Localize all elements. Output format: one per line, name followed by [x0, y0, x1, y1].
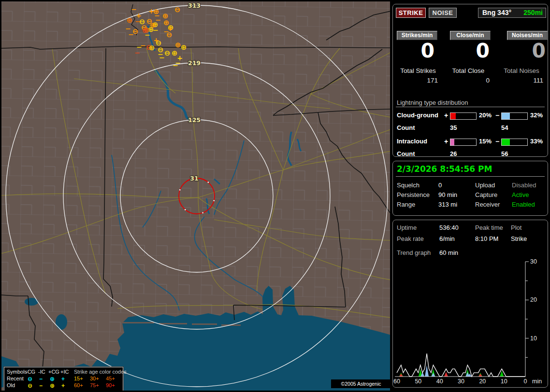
svg-text:10: 10 [501, 378, 507, 385]
svg-text:−: − [173, 61, 178, 69]
divider [396, 176, 545, 177]
status-panel: 2/3/2026 8:54:56 PM Squelch 0 Upload Dis… [392, 161, 548, 216]
minus-icon: − [495, 138, 499, 145]
age-code-60: 60+ [74, 382, 83, 388]
peak-rate-label: Peak rate [397, 235, 424, 242]
svg-text:⊕: ⊕ [149, 43, 155, 52]
pos-cg-pct: 20% [479, 112, 492, 119]
persistence-value: 90 min [438, 191, 457, 198]
svg-text:30: 30 [458, 378, 464, 385]
circle-minus-icon: ⊖ [28, 382, 32, 389]
legend-row-old-label: Old [7, 382, 15, 388]
trend-graph: 1020306050403020100min [393, 259, 549, 386]
pos-cg-bar [450, 112, 477, 120]
circle-minus-icon: ⊖ [28, 376, 32, 382]
svg-text:⊕: ⊕ [181, 43, 187, 52]
bearing-value: Bng 343° [482, 8, 511, 17]
trend-graph-label: Trend graph [397, 249, 431, 256]
svg-text:313: 313 [188, 2, 201, 9]
persistence-label: Persistence [397, 191, 430, 198]
cg-count-label: Count [397, 124, 415, 131]
app-window: { "top_panel": { "strike_button": "STRIK… [0, 0, 550, 392]
bearing-distance: 250mi [523, 8, 543, 17]
legend-col-pos-ic: +IC [60, 369, 69, 375]
minus-icon: − [495, 112, 499, 119]
legend-row-recent-label: Recent [7, 376, 24, 381]
age-code-30: 30+ [90, 376, 99, 381]
upload-status: Disabled [512, 182, 536, 189]
legend-col-neg-ic: -IC [38, 369, 45, 375]
svg-text:30: 30 [530, 259, 537, 265]
map-image: 31321912531 ⊖−+⊕+−⊕⊕−⊖⊖−⊕⊕⊕⊖⊕⊕⊕⊕−⊖−⊖−−+−… [1, 1, 390, 391]
legend-age-title: Strike age color codes [74, 369, 127, 375]
svg-text:⊕: ⊕ [175, 41, 181, 49]
upload-label: Upload [475, 182, 495, 189]
noise-mode-button[interactable]: NOISE [429, 8, 457, 18]
neg-cg-count: 54 [501, 124, 508, 131]
plot-label: Plot [511, 224, 521, 231]
plus-icon: + [61, 382, 65, 389]
neg-ic-pct: 33% [530, 138, 543, 145]
svg-text:⊖: ⊖ [174, 5, 181, 14]
uptime-label: Uptime [397, 224, 417, 231]
receiver-label: Receiver [475, 201, 500, 208]
bearing-readout: Bng 343° 250mi [478, 8, 546, 18]
svg-text:20: 20 [479, 378, 486, 385]
svg-text:−: − [134, 49, 140, 56]
svg-text:−: − [153, 26, 159, 34]
circle-plus-icon: ⊕ [50, 382, 55, 389]
total-strikes-label: Total Strikes [393, 67, 443, 74]
datetime-display: 2/3/2026 8:54:56 PM [397, 164, 492, 174]
squelch-label: Squelch [397, 182, 420, 189]
peak-rate-value: 6/min [439, 235, 455, 242]
pos-ic-bar [450, 139, 477, 146]
cloud-ground-label: Cloud-ground [397, 112, 438, 119]
pos-ic-pct: 15% [479, 138, 492, 145]
noises-per-min-value: 0 [507, 40, 546, 61]
uptime-value: 536:40 [439, 224, 459, 231]
svg-text:⊕: ⊕ [127, 16, 133, 25]
total-strikes-value: 171 [394, 77, 438, 84]
intracloud-label: Intracloud [397, 138, 427, 145]
svg-text:⊖: ⊖ [164, 49, 171, 57]
map-canvas[interactable]: 31321912531 ⊖−+⊕+−⊕⊕−⊖⊖−⊕⊕⊕⊖⊕⊕⊕⊕−⊖−⊖−−+−… [1, 1, 390, 391]
svg-text:−: − [159, 54, 165, 61]
strike-counters-panel: STRIKE NOISE Bng 343° 250mi Strikes/min … [392, 4, 548, 157]
minus-icon: − [39, 376, 43, 382]
range-value: 313 mi [438, 201, 457, 208]
plot-mode-value: Strike [511, 235, 527, 242]
trend-graph-window: 60 min [439, 249, 458, 256]
divider [396, 107, 545, 107]
svg-text:0: 0 [524, 378, 527, 385]
strikes-per-min-value: 0 [396, 40, 434, 61]
pos-cg-count: 35 [450, 124, 457, 131]
copyright-label: ©2005 Astrogenic Systems [331, 379, 390, 388]
close-per-min-value: 0 [451, 40, 490, 61]
pos-ic-count: 26 [450, 150, 457, 157]
peak-time-value: 8:10 PM [475, 235, 498, 242]
circle-plus-icon: ⊕ [50, 376, 55, 382]
age-code-90: 90+ [106, 382, 115, 388]
neg-ic-count: 56 [501, 150, 508, 157]
capture-status: Active [512, 191, 529, 198]
receiver-status: Enabled [512, 201, 535, 208]
svg-text:20: 20 [530, 296, 537, 303]
svg-text:31: 31 [190, 175, 198, 182]
minus-icon: − [39, 382, 43, 389]
svg-text:−: − [135, 17, 141, 25]
total-noises-label: Total Noises [496, 67, 547, 74]
svg-text:50: 50 [415, 378, 421, 385]
svg-text:min: min [532, 378, 542, 385]
distribution-title: Lightning type distribution [397, 99, 468, 106]
svg-text:60: 60 [393, 378, 400, 385]
legend-symbols-header: Symbols [7, 369, 27, 375]
total-close-value: 0 [446, 77, 490, 84]
svg-text:125: 125 [188, 116, 201, 124]
svg-text:10: 10 [530, 335, 537, 342]
squelch-value: 0 [438, 182, 442, 189]
plus-icon: + [444, 112, 448, 119]
neg-cg-pct: 32% [530, 112, 543, 119]
age-code-15: 15+ [74, 376, 83, 381]
ic-count-label: Count [397, 150, 415, 157]
strike-mode-button[interactable]: STRIKE [396, 8, 426, 18]
